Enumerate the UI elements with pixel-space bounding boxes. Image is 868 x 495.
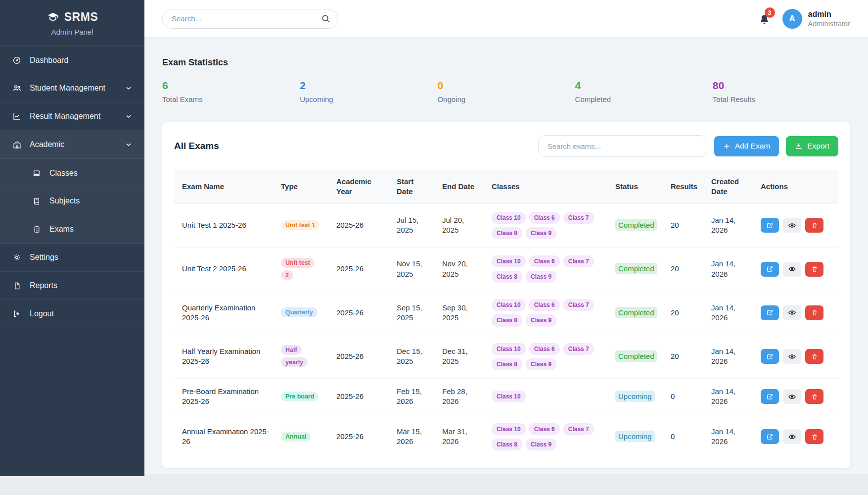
delete-button[interactable] (805, 218, 823, 233)
sidebar-item-student-management[interactable]: Student Management (0, 74, 144, 102)
edit-button[interactable] (761, 262, 779, 277)
sidebar-item-exams[interactable]: Exams (0, 215, 144, 244)
global-search (162, 9, 338, 29)
class-badge: Class 8 (492, 314, 522, 326)
stat-upcoming: 2 Upcoming (300, 80, 437, 103)
class-badge: Class 7 (563, 343, 594, 355)
sidebar-item-academic[interactable]: Academic (0, 131, 144, 159)
class-badge: Class 8 (492, 439, 522, 450)
class-badge: Class 8 (492, 271, 522, 283)
chalkboard-icon (32, 169, 42, 178)
book-icon (32, 197, 42, 205)
academic-year: 2025-26 (328, 379, 389, 415)
view-button[interactable] (783, 389, 801, 404)
created-date: Jan 14, 2026 (703, 415, 753, 458)
add-exam-button[interactable]: Add Exam (714, 136, 779, 156)
col-results: Results (663, 170, 703, 204)
view-button[interactable] (783, 305, 801, 320)
topbar: 3 A admin Administrator (144, 0, 868, 38)
sidebar-item-reports[interactable]: Reports (0, 272, 144, 300)
col-created-date: Created Date (703, 170, 753, 204)
exam-type-badge: Unit test 1 (281, 220, 320, 230)
table-row: Quarterly Examination 2025-26Quarterly20… (174, 291, 838, 335)
main-area: 3 A admin Administrator Exam Statistics … (144, 0, 868, 474)
class-badge: Class 7 (563, 212, 594, 224)
table-row: Unit Test 1 2025-26Unit test 12025-26Jul… (174, 203, 838, 247)
results-count: 20 (663, 247, 703, 291)
delete-button[interactable] (805, 262, 823, 277)
table-row: Pre-Board Examination 2025-26Pre board20… (174, 379, 838, 415)
stats-grid: 6 Total Exams 2 Upcoming 0 Ongoing 4 Com… (162, 80, 850, 103)
academic-year: 2025-26 (328, 335, 389, 378)
class-badge: Class 6 (529, 212, 560, 224)
table-row: Unit Test 2 2025-26Unit test 22025-26Nov… (174, 247, 838, 291)
search-input[interactable] (162, 9, 338, 29)
delete-button[interactable] (805, 305, 823, 320)
sidebar-item-dashboard[interactable]: Dashboard (0, 46, 144, 74)
exams-table: Exam Name Type Academic Year Start Date … (174, 170, 838, 458)
eye-icon (788, 433, 796, 441)
start-date: Mar 15, 2026 (389, 415, 434, 458)
exam-name: Half Yearly Examination 2025-26 (174, 335, 273, 378)
class-badge: Class 6 (529, 299, 560, 311)
delete-button[interactable] (805, 389, 823, 404)
exam-name: Annual Examination 2025-26 (174, 415, 273, 458)
status-badge: Completed (615, 350, 657, 362)
edit-icon (766, 353, 774, 360)
edit-button[interactable] (761, 305, 779, 320)
view-button[interactable] (783, 262, 801, 277)
exam-search-input[interactable] (538, 135, 707, 157)
class-badge: Class 10 (492, 255, 526, 267)
classes-list: Class 10Class 6Class 7Class 8Class 9 (492, 343, 596, 370)
exam-type-badge: Quarterly (281, 307, 318, 317)
sidebar-item-classes[interactable]: Classes (0, 159, 144, 187)
delete-button[interactable] (805, 429, 823, 444)
view-button[interactable] (783, 349, 801, 364)
class-badge: Class 6 (529, 423, 560, 435)
academic-year: 2025-26 (328, 291, 389, 335)
sidebar-item-logout[interactable]: Logout (0, 300, 144, 328)
view-button[interactable] (783, 218, 801, 233)
edit-button[interactable] (761, 349, 779, 364)
notifications-button[interactable]: 3 (758, 11, 771, 26)
class-badge: Class 7 (563, 255, 594, 267)
download-icon (795, 142, 803, 150)
sidebar-item-settings[interactable]: Settings (0, 244, 144, 272)
sidebar-item-subjects[interactable]: Subjects (0, 187, 144, 215)
results-count: 0 (663, 415, 703, 458)
created-date: Jan 14, 2026 (703, 291, 753, 335)
user-menu[interactable]: A admin Administrator (782, 9, 850, 29)
classes-list: Class 10Class 6Class 7Class 8Class 9 (492, 212, 596, 239)
class-badge: Class 10 (492, 391, 526, 402)
classes-list: Class 10Class 6Class 7Class 8Class 9 (492, 299, 596, 326)
exam-type-badge: Half yearly (281, 345, 308, 367)
edit-button[interactable] (761, 218, 779, 233)
view-button[interactable] (783, 429, 801, 444)
row-actions (761, 389, 834, 404)
stats-title: Exam Statistics (162, 57, 850, 68)
card-title: All Exams (174, 141, 219, 151)
status-badge: Upcoming (615, 391, 655, 402)
delete-button[interactable] (805, 349, 823, 364)
logout-icon (12, 309, 22, 318)
start-date: Sep 15, 2025 (389, 291, 434, 335)
end-date: Nov 20, 2025 (434, 247, 484, 291)
exam-name: Unit Test 2 2025-26 (174, 247, 273, 291)
row-actions (761, 429, 834, 444)
edit-button[interactable] (761, 429, 779, 444)
col-status: Status (607, 170, 663, 204)
sidebar-item-result-management[interactable]: Result Management (0, 102, 144, 131)
export-button[interactable]: Export (786, 136, 838, 156)
created-date: Jan 14, 2026 (703, 203, 753, 247)
end-date: Dec 31, 2025 (434, 335, 484, 378)
class-badge: Class 10 (492, 343, 526, 355)
stat-total-exams: 6 Total Exams (162, 80, 300, 103)
edit-button[interactable] (761, 389, 779, 404)
col-actions: Actions (753, 170, 838, 204)
exam-type-badge: Annual (281, 432, 311, 442)
trash-icon (811, 265, 818, 273)
chevron-down-icon (125, 141, 133, 148)
start-date: Nov 15, 2025 (389, 247, 434, 291)
class-badge: Class 9 (526, 227, 556, 239)
search-icon[interactable] (320, 13, 331, 26)
